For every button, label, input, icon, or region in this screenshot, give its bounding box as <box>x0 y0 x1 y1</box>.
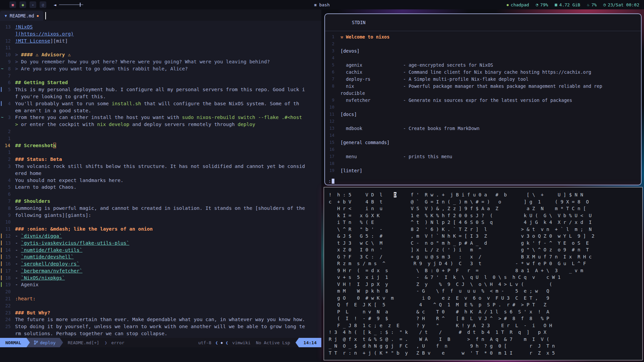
editor-line[interactable]: 9following giants][giants]: <box>0 212 321 219</box>
editor-line[interactable]: ~3From there you can either install the … <box>0 114 321 121</box>
editor-line[interactable]: 25Stop doing it by yourself, unless we l… <box>0 323 321 330</box>
editor-line[interactable]: em aren't in a good state. <box>0 107 321 114</box>
modified-dot-icon: ● <box>37 14 39 17</box>
editor-line[interactable]: ▎12- `divnix/digga` <box>0 233 321 240</box>
git-sign-icon: ▎ <box>0 260 4 267</box>
editor-line[interactable]: 12!MIT License][mit] <box>0 38 321 45</box>
volume-slider[interactable] <box>59 4 83 5</box>
clock: 23/Sat 00:02 <box>608 2 639 7</box>
tray-icon-2[interactable]: @ <box>40 1 46 8</box>
command-line[interactable] <box>0 347 321 362</box>
pager-row: roducible <box>325 89 641 97</box>
editor-line[interactable]: 22 <box>0 302 321 309</box>
editor-line[interactable]: 8Summoning is powerful magic, and cannot… <box>0 205 321 212</box>
glyph-row: g O 0 # w K v m i O e z E v 6 o v F U 3 … <box>329 295 638 302</box>
mode-indicator: NORMAL <box>0 338 26 347</box>
editor-buffer[interactable]: 13!NixOS](https://nixos.org)12!MIT Licen… <box>0 21 321 337</box>
editor-line[interactable]: 23### But Why? <box>0 309 321 316</box>
line-number: 13 <box>4 240 15 247</box>
editor-line[interactable]: > or enter the cockpit with nix develop … <box>0 121 321 128</box>
editor-line[interactable]: rm solutions. Perhaps together we can st… <box>0 330 321 337</box>
editor-line[interactable]: ▎18- `NixOS/nixpkgs` <box>0 275 321 282</box>
editor-line[interactable]: 7## Shoulders <box>0 198 321 205</box>
glyph-row: m M W p k h 8 - G \ f f u u u % < m - 5 … <box>329 288 638 295</box>
editor-line[interactable]: 20 <box>0 288 321 295</box>
pager-prompt[interactable]: : <box>328 178 334 184</box>
editor-line[interactable]: 13!NixOS <box>0 23 321 31</box>
line-number: 24 <box>4 316 15 323</box>
pager-prompt-char: : <box>328 178 331 184</box>
editor-line[interactable]: 11### :onion: &mdash; like the layers of… <box>0 226 321 233</box>
editor-line[interactable]: 6 <box>0 191 321 198</box>
glyph-row: v + s 5 x i j 1 - & 7 ' I k \ q U l 0 \ … <box>329 274 638 281</box>
editor-line[interactable]: ▎4You'll probably want to run some insta… <box>0 100 321 107</box>
glyph-grid: ! h : 5 V D l D f ' R w . + j B i f u 0 … <box>324 187 642 360</box>
editor-line[interactable]: 1 <box>0 149 321 156</box>
git-sign-icon: ▎ <box>0 275 4 282</box>
git-change-sign-icon: ~ <box>0 114 4 121</box>
powerline-separator <box>296 338 299 347</box>
volume-slider-handle[interactable] <box>80 3 80 7</box>
editor-line[interactable]: ▎5This is my personal deployment hub. I … <box>0 86 321 93</box>
editor-line[interactable]: ▎16- `serokell/deploy-rs` <box>0 260 321 267</box>
glyph-row: x Z 0 I 0 n ' ] x L / z ( ' ) i m ^ g " … <box>329 246 638 253</box>
pager-row: 8 nix - Powerful package manager that ma… <box>325 82 641 89</box>
pager-row: 3[devos] <box>325 47 641 54</box>
pager-row: 2 <box>325 40 641 47</box>
chat-app-icon[interactable]: ◉ <box>19 1 26 8</box>
line-number: 25 <box>4 323 15 330</box>
chevron-right-icon: ❯ <box>103 338 109 347</box>
line-number: 5 <box>4 86 15 93</box>
editor-line[interactable]: f you're looking to graft this. <box>0 93 321 100</box>
tab-readme[interactable]: ▼ README.md ● <box>0 11 43 21</box>
glyph-window: ! h : 5 V D l D f ' R w . + j B i f u 0 … <box>324 187 643 360</box>
taskbar-apps: ▣◉✦@ <box>9 1 46 8</box>
editor-line[interactable]: ](https://nixos.org) <box>0 31 321 38</box>
line-number: 3 <box>4 114 15 121</box>
cpu-usage: 7% <box>591 2 597 7</box>
editor-line[interactable]: 2 <box>0 128 321 135</box>
editor-line[interactable]: 4You should not expect landmarks here. <box>0 177 321 184</box>
statusline-clock: 14:14 <box>299 338 321 347</box>
editor-line[interactable]: 1 <box>0 135 321 142</box>
hostname: chadpad <box>511 2 529 7</box>
editor-line[interactable]: 14## Screenshots <box>0 142 321 149</box>
editor-line[interactable]: ~8> Are you sure you want to go down thi… <box>0 65 321 72</box>
editor-line[interactable]: 2### Status: Beta <box>0 156 321 163</box>
line-number: 19 <box>4 281 15 288</box>
cpu-icon: ♨ <box>587 2 589 7</box>
editor-line[interactable]: 3The volcanic rock still shifts below th… <box>0 163 321 170</box>
line-number: 17 <box>4 267 15 275</box>
tray-icon-1[interactable]: ✦ <box>30 1 36 8</box>
volume-icon[interactable]: ◄ <box>54 2 56 7</box>
line-number: 14 <box>4 247 15 254</box>
editor-line[interactable]: 10> #### ⚠ Advisory ⚠ <box>0 51 321 58</box>
terminal-app-icon[interactable]: ▣ <box>9 1 16 8</box>
editor-line[interactable]: 6## Getting Started <box>0 79 321 86</box>
editor-line[interactable]: 11 <box>0 44 321 51</box>
line-number: 8 <box>4 205 15 212</box>
glyph-row: _ N O _ $ d h N g g j F C , U f n 9 h ? … <box>329 343 638 350</box>
editor-line[interactable]: ▎14- `numtide/flake-utils` <box>0 247 321 254</box>
line-number: 16 <box>4 260 15 267</box>
editor-line[interactable]: ▎13- `gytis-ivaskevicius/flake-utils-plu… <box>0 240 321 247</box>
pager-content: 1⚒ Welcome to nixos23[devos]45 agenix - … <box>325 31 641 174</box>
editor-line[interactable]: ▎17- `berberman/nvfetcher` <box>0 267 321 275</box>
host-status-dot-icon: ● <box>507 3 509 7</box>
editor-line[interactable]: 21:heart: <box>0 295 321 302</box>
editor-line[interactable]: 10 <box>0 219 321 226</box>
editor-line[interactable]: 7 <box>0 72 321 79</box>
editor-line[interactable]: ered home <box>0 170 321 177</box>
editor-line[interactable]: ▎19- Agenix <box>0 281 321 288</box>
pager-row: 1⚒ Welcome to nixos <box>325 33 641 40</box>
editor-line[interactable]: 9> Do you remember how you got here? Whe… <box>0 58 321 65</box>
battery-icon: ◔ <box>536 2 538 7</box>
editor-line[interactable]: 5Learn to adopt Chaos. <box>0 184 321 191</box>
git-branch[interactable]: deploy <box>30 338 60 347</box>
glyph-row: \ ^ R " b ' - 8 2 ' 6 ) K . ` T Z r ] l … <box>329 226 638 233</box>
glyph-row: k I = x G X K 1 e % K % h f 2 0 0 s J ? … <box>329 212 638 219</box>
editor-line[interactable]: ▎15- `numtide/devshell` <box>0 253 321 260</box>
editor-line[interactable]: 24The future is more uncertain than ever… <box>0 316 321 323</box>
statusline-spacer <box>126 338 196 347</box>
glyph-row: G ? F 3 C : / + g u @ s m 3 : x / B X M … <box>329 253 638 260</box>
